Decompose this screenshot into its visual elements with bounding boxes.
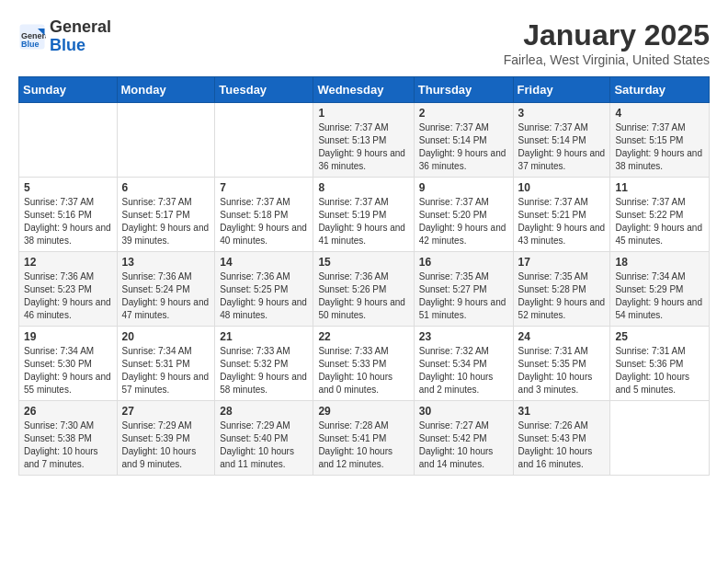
- calendar-cell: 28Sunrise: 7:29 AM Sunset: 5:40 PM Dayli…: [215, 401, 313, 476]
- day-number: 1: [318, 107, 408, 120]
- logo-icon: General Blue: [18, 23, 46, 51]
- day-detail: Sunrise: 7:37 AM Sunset: 5:21 PM Dayligh…: [518, 196, 606, 247]
- day-detail: Sunrise: 7:33 AM Sunset: 5:32 PM Dayligh…: [220, 345, 308, 396]
- logo-text: General Blue: [50, 18, 111, 55]
- day-detail: Sunrise: 7:37 AM Sunset: 5:15 PM Dayligh…: [615, 121, 704, 173]
- day-number: 11: [615, 181, 704, 194]
- calendar-cell: 7Sunrise: 7:37 AM Sunset: 5:18 PM Daylig…: [215, 178, 313, 252]
- calendar-cell: 29Sunrise: 7:28 AM Sunset: 5:41 PM Dayli…: [313, 401, 414, 476]
- day-detail: Sunrise: 7:29 AM Sunset: 5:40 PM Dayligh…: [220, 419, 308, 471]
- day-number: 7: [220, 181, 308, 194]
- day-number: 10: [518, 181, 606, 194]
- weekday-header-tuesday: Tuesday: [215, 77, 313, 103]
- calendar-cell: [610, 401, 710, 476]
- day-detail: Sunrise: 7:37 AM Sunset: 5:14 PM Dayligh…: [518, 121, 606, 173]
- day-detail: Sunrise: 7:36 AM Sunset: 5:25 PM Dayligh…: [220, 270, 308, 322]
- calendar-cell: [117, 103, 215, 178]
- calendar-cell: [19, 103, 118, 178]
- calendar-cell: 15Sunrise: 7:36 AM Sunset: 5:26 PM Dayli…: [313, 252, 414, 327]
- week-row-4: 19Sunrise: 7:34 AM Sunset: 5:30 PM Dayli…: [19, 327, 710, 401]
- calendar-cell: 10Sunrise: 7:37 AM Sunset: 5:21 PM Dayli…: [513, 178, 610, 252]
- calendar-cell: 5Sunrise: 7:37 AM Sunset: 5:16 PM Daylig…: [19, 178, 118, 252]
- weekday-header-row: SundayMondayTuesdayWednesdayThursdayFrid…: [19, 77, 710, 103]
- week-row-5: 26Sunrise: 7:30 AM Sunset: 5:38 PM Dayli…: [19, 401, 710, 476]
- day-number: 8: [318, 181, 408, 194]
- calendar-cell: 1Sunrise: 7:37 AM Sunset: 5:13 PM Daylig…: [313, 103, 414, 178]
- day-detail: Sunrise: 7:28 AM Sunset: 5:41 PM Dayligh…: [318, 419, 408, 471]
- calendar-cell: 18Sunrise: 7:34 AM Sunset: 5:29 PM Dayli…: [610, 252, 710, 327]
- day-detail: Sunrise: 7:37 AM Sunset: 5:14 PM Dayligh…: [419, 121, 508, 173]
- calendar-cell: 30Sunrise: 7:27 AM Sunset: 5:42 PM Dayli…: [414, 401, 513, 476]
- day-number: 17: [518, 256, 606, 269]
- day-number: 6: [122, 181, 210, 194]
- day-number: 27: [122, 405, 210, 418]
- calendar-cell: 31Sunrise: 7:26 AM Sunset: 5:43 PM Dayli…: [513, 401, 610, 476]
- calendar-cell: 16Sunrise: 7:35 AM Sunset: 5:27 PM Dayli…: [414, 252, 513, 327]
- calendar-cell: 12Sunrise: 7:36 AM Sunset: 5:23 PM Dayli…: [19, 252, 118, 327]
- day-detail: Sunrise: 7:36 AM Sunset: 5:26 PM Dayligh…: [318, 270, 408, 322]
- day-number: 16: [419, 256, 508, 269]
- day-detail: Sunrise: 7:33 AM Sunset: 5:33 PM Dayligh…: [318, 345, 408, 396]
- day-number: 2: [419, 107, 508, 120]
- day-detail: Sunrise: 7:29 AM Sunset: 5:39 PM Dayligh…: [122, 419, 210, 471]
- day-number: 28: [220, 405, 308, 418]
- day-detail: Sunrise: 7:37 AM Sunset: 5:16 PM Dayligh…: [24, 196, 112, 247]
- day-number: 20: [122, 330, 210, 343]
- day-detail: Sunrise: 7:34 AM Sunset: 5:29 PM Dayligh…: [615, 270, 704, 322]
- day-number: 29: [318, 405, 408, 418]
- day-number: 12: [24, 256, 112, 269]
- week-row-1: 1Sunrise: 7:37 AM Sunset: 5:13 PM Daylig…: [19, 103, 710, 178]
- day-number: 5: [24, 181, 112, 194]
- calendar-cell: 25Sunrise: 7:31 AM Sunset: 5:36 PM Dayli…: [610, 327, 710, 401]
- calendar-header: SundayMondayTuesdayWednesdayThursdayFrid…: [19, 77, 710, 103]
- title-area: January 2025 Fairlea, West Virginia, Uni…: [504, 18, 710, 67]
- day-number: 26: [24, 405, 112, 418]
- calendar-cell: 9Sunrise: 7:37 AM Sunset: 5:20 PM Daylig…: [414, 178, 513, 252]
- weekday-header-friday: Friday: [513, 77, 610, 103]
- day-detail: Sunrise: 7:37 AM Sunset: 5:18 PM Dayligh…: [220, 196, 308, 247]
- day-number: 25: [615, 330, 704, 343]
- header: General Blue General Blue January 2025 F…: [18, 18, 710, 67]
- day-detail: Sunrise: 7:37 AM Sunset: 5:17 PM Dayligh…: [122, 196, 210, 247]
- weekday-header-wednesday: Wednesday: [313, 77, 414, 103]
- calendar-cell: 20Sunrise: 7:34 AM Sunset: 5:31 PM Dayli…: [117, 327, 215, 401]
- calendar-body: 1Sunrise: 7:37 AM Sunset: 5:13 PM Daylig…: [19, 103, 710, 476]
- subtitle: Fairlea, West Virginia, United States: [504, 52, 710, 67]
- calendar-cell: 11Sunrise: 7:37 AM Sunset: 5:22 PM Dayli…: [610, 178, 710, 252]
- calendar-table: SundayMondayTuesdayWednesdayThursdayFrid…: [18, 76, 710, 476]
- day-number: 23: [419, 330, 508, 343]
- calendar-cell: 17Sunrise: 7:35 AM Sunset: 5:28 PM Dayli…: [513, 252, 610, 327]
- week-row-2: 5Sunrise: 7:37 AM Sunset: 5:16 PM Daylig…: [19, 178, 710, 252]
- week-row-3: 12Sunrise: 7:36 AM Sunset: 5:23 PM Dayli…: [19, 252, 710, 327]
- day-number: 15: [318, 256, 408, 269]
- day-detail: Sunrise: 7:35 AM Sunset: 5:27 PM Dayligh…: [419, 270, 508, 322]
- calendar-title: January 2025: [504, 18, 710, 52]
- weekday-header-sunday: Sunday: [19, 77, 118, 103]
- calendar-cell: 2Sunrise: 7:37 AM Sunset: 5:14 PM Daylig…: [414, 103, 513, 178]
- day-detail: Sunrise: 7:31 AM Sunset: 5:36 PM Dayligh…: [615, 345, 704, 396]
- svg-text:Blue: Blue: [21, 39, 40, 48]
- weekday-header-thursday: Thursday: [414, 77, 513, 103]
- calendar-cell: 24Sunrise: 7:31 AM Sunset: 5:35 PM Dayli…: [513, 327, 610, 401]
- day-detail: Sunrise: 7:34 AM Sunset: 5:30 PM Dayligh…: [24, 345, 112, 396]
- day-detail: Sunrise: 7:36 AM Sunset: 5:24 PM Dayligh…: [122, 270, 210, 322]
- day-detail: Sunrise: 7:37 AM Sunset: 5:19 PM Dayligh…: [318, 196, 408, 247]
- calendar-cell: 4Sunrise: 7:37 AM Sunset: 5:15 PM Daylig…: [610, 103, 710, 178]
- day-number: 21: [220, 330, 308, 343]
- day-number: 30: [419, 405, 508, 418]
- day-number: 18: [615, 256, 704, 269]
- day-number: 14: [220, 256, 308, 269]
- calendar-cell: 23Sunrise: 7:32 AM Sunset: 5:34 PM Dayli…: [414, 327, 513, 401]
- calendar-cell: 8Sunrise: 7:37 AM Sunset: 5:19 PM Daylig…: [313, 178, 414, 252]
- calendar-cell: 27Sunrise: 7:29 AM Sunset: 5:39 PM Dayli…: [117, 401, 215, 476]
- calendar-cell: 26Sunrise: 7:30 AM Sunset: 5:38 PM Dayli…: [19, 401, 118, 476]
- day-number: 9: [419, 181, 508, 194]
- day-detail: Sunrise: 7:36 AM Sunset: 5:23 PM Dayligh…: [24, 270, 112, 322]
- day-detail: Sunrise: 7:30 AM Sunset: 5:38 PM Dayligh…: [24, 419, 112, 471]
- calendar-cell: 21Sunrise: 7:33 AM Sunset: 5:32 PM Dayli…: [215, 327, 313, 401]
- day-detail: Sunrise: 7:31 AM Sunset: 5:35 PM Dayligh…: [518, 345, 606, 396]
- day-detail: Sunrise: 7:32 AM Sunset: 5:34 PM Dayligh…: [419, 345, 508, 396]
- day-number: 4: [615, 107, 704, 120]
- day-detail: Sunrise: 7:37 AM Sunset: 5:22 PM Dayligh…: [615, 196, 704, 247]
- day-detail: Sunrise: 7:37 AM Sunset: 5:13 PM Dayligh…: [318, 121, 408, 173]
